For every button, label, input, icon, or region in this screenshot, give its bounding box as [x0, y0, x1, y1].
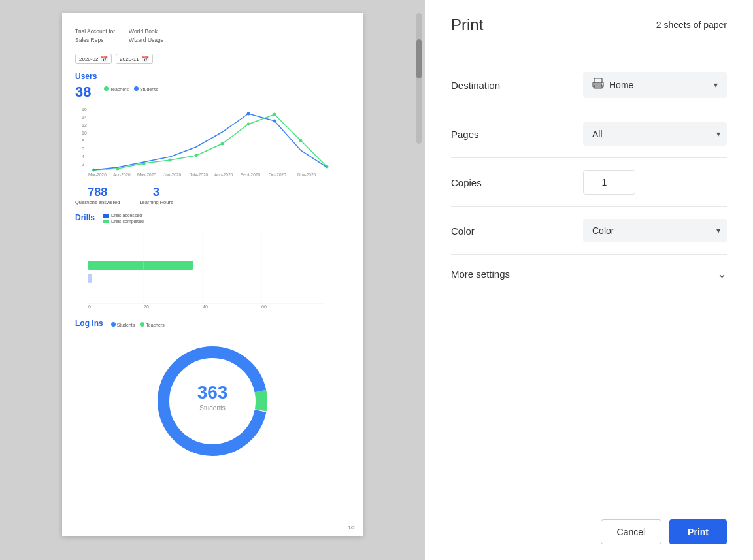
- destination-chevron-icon: ▾: [714, 80, 718, 90]
- logins-title: Log ins: [75, 319, 103, 328]
- svg-text:10: 10: [82, 131, 87, 135]
- logins-header: Log ins Students Teachers: [75, 319, 350, 331]
- destination-label: Destination: [451, 80, 500, 91]
- teachers-logins-dot: [140, 322, 144, 327]
- users-line-chart: 16 14 12 10 8 6 4 2: [75, 105, 350, 176]
- svg-text:May-2020: May-2020: [137, 173, 156, 176]
- scrollbar[interactable]: [416, 13, 422, 144]
- color-control-wrapper: Color Black and white ▾: [583, 219, 727, 242]
- pages-row: Pages All Custom ▾: [451, 110, 727, 158]
- copies-label: Copies: [451, 177, 482, 188]
- color-select[interactable]: Color Black and white: [583, 219, 727, 242]
- date-filters: 2020-02 📅 2020-11 📅: [75, 54, 350, 64]
- sheets-info: 2 sheets of paper: [656, 20, 727, 30]
- drills-title: Drills: [75, 213, 95, 222]
- copies-input[interactable]: [583, 170, 635, 195]
- destination-value: Home: [609, 80, 709, 90]
- questions-stat: 788 Questions answered: [75, 186, 120, 205]
- learning-stat: 3 Learning Hours: [139, 186, 173, 205]
- logins-section: Log ins Students Teachers: [75, 319, 350, 467]
- svg-rect-30: [88, 274, 92, 283]
- svg-point-13: [221, 142, 224, 146]
- more-settings-row[interactable]: More settings ⌄: [451, 255, 727, 293]
- learning-count: 3: [139, 186, 173, 199]
- svg-text:Jun-2020: Jun-2020: [163, 173, 181, 176]
- print-actions: Cancel Print: [451, 506, 727, 544]
- svg-point-15: [273, 113, 276, 116]
- more-settings-chevron-icon: ⌄: [717, 267, 727, 281]
- users-section-title: Users: [75, 72, 350, 81]
- drills-bar-chart: 0 20 40 60: [75, 225, 350, 310]
- drills-completed-legend: Drills completed: [103, 219, 144, 223]
- donut-container: 363 Students: [75, 336, 350, 467]
- page-preview: Trial Account for Sales Reps World Book …: [62, 13, 363, 536]
- svg-text:2: 2: [82, 162, 84, 167]
- teachers-legend: Teachers: [104, 86, 128, 91]
- users-count: 38: [75, 84, 91, 101]
- color-select-wrapper: Color Black and white ▾: [583, 219, 727, 242]
- svg-text:July-2020: July-2020: [190, 173, 209, 176]
- drills-header: Drills Drills accessed Drills completed: [75, 213, 350, 225]
- color-label: Color: [451, 225, 475, 237]
- svg-point-12: [195, 154, 198, 157]
- students-logins-dot: [111, 322, 116, 327]
- pages-label: Pages: [451, 129, 479, 140]
- drills-section: Drills Drills accessed Drills completed: [75, 213, 350, 311]
- svg-text:Mar-2020: Mar-2020: [88, 173, 107, 176]
- pages-control-wrapper: All Custom ▾: [583, 122, 727, 146]
- svg-point-46: [601, 84, 602, 86]
- users-chart: 16 14 12 10 8 6 4 2: [75, 105, 350, 178]
- users-header: 38 Teachers Students: [75, 84, 350, 101]
- print-header: Print 2 sheets of paper: [451, 16, 727, 34]
- copies-row: Copies: [451, 158, 727, 207]
- print-button[interactable]: Print: [669, 519, 727, 544]
- drills-accessed-bar: [103, 214, 109, 218]
- page-number: 1/2: [348, 525, 355, 531]
- students-dot: [134, 86, 139, 91]
- print-settings: Destination Home ▾: [451, 60, 727, 544]
- teachers-logins-legend: Teachers: [140, 322, 164, 327]
- calendar-from-icon: 📅: [101, 56, 108, 62]
- questions-label: Questions answered: [75, 199, 120, 205]
- header-divider: [122, 26, 122, 46]
- students-logins-legend: Students: [111, 322, 135, 327]
- svg-text:40: 40: [203, 305, 208, 309]
- svg-text:60: 60: [261, 305, 267, 309]
- more-settings-label: More settings: [451, 269, 510, 280]
- students-legend: Students: [134, 86, 158, 91]
- logins-legend: Students Teachers: [111, 322, 165, 327]
- svg-text:Apr-2020: Apr-2020: [113, 173, 131, 176]
- learning-label: Learning Hours: [139, 199, 173, 205]
- questions-count: 788: [75, 186, 120, 199]
- drills-completed-bar: [103, 220, 109, 223]
- printer-icon: [592, 78, 604, 91]
- svg-text:Students: Students: [199, 404, 225, 412]
- logins-donut-chart: 363 Students: [147, 336, 278, 467]
- teachers-dot: [104, 86, 109, 91]
- pages-select[interactable]: All Custom: [583, 122, 727, 146]
- preview-title-left: Trial Account for Sales Reps: [75, 27, 115, 44]
- svg-text:16: 16: [82, 107, 87, 112]
- drills-legend: Drills accessed Drills completed: [103, 213, 144, 225]
- print-title: Print: [451, 16, 483, 34]
- drills-accessed-legend: Drills accessed: [103, 213, 144, 218]
- svg-text:363: 363: [197, 382, 228, 403]
- svg-point-11: [169, 159, 172, 162]
- destination-select[interactable]: Home ▾: [583, 72, 727, 98]
- scrollbar-thumb[interactable]: [416, 39, 422, 78]
- pages-select-wrapper: All Custom ▾: [583, 122, 727, 146]
- preview-header: Trial Account for Sales Reps World Book …: [75, 26, 350, 46]
- date-from-input: 2020-02 📅: [75, 54, 112, 64]
- preview-title-right: World Book Wizard Usage: [129, 27, 163, 44]
- svg-rect-29: [88, 261, 193, 270]
- svg-text:Aug-2020: Aug-2020: [214, 173, 233, 176]
- svg-text:0: 0: [88, 305, 91, 309]
- svg-point-18: [247, 112, 250, 116]
- destination-control-wrapper: Home ▾: [583, 72, 727, 98]
- svg-text:8: 8: [82, 139, 84, 143]
- svg-point-16: [299, 139, 303, 142]
- cancel-button[interactable]: Cancel: [601, 519, 662, 544]
- svg-point-19: [273, 120, 276, 123]
- svg-point-14: [247, 123, 250, 126]
- svg-text:6: 6: [82, 146, 84, 151]
